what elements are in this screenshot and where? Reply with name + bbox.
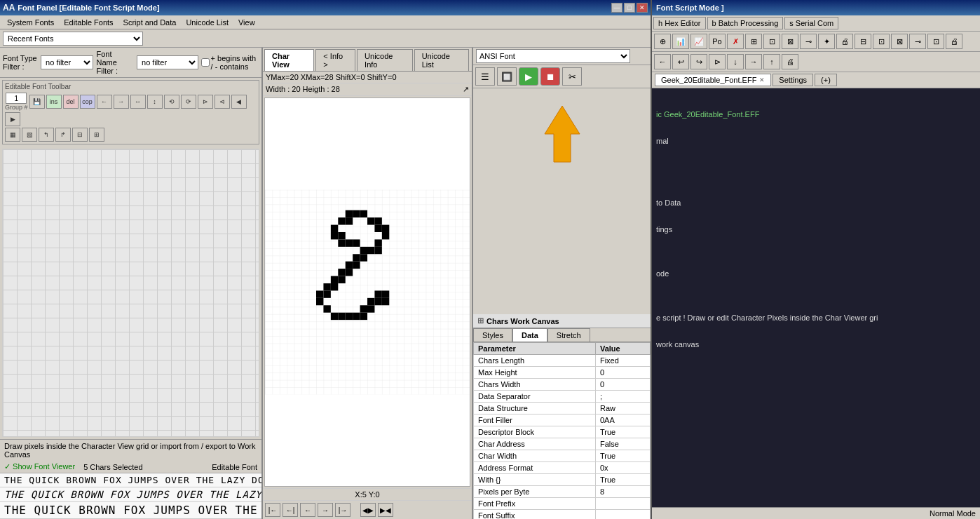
char-view-tab[interactable]: Char View (264, 49, 314, 71)
table-row[interactable]: Char WidthTrue (474, 450, 651, 462)
table-row[interactable]: Font Prefix (474, 498, 651, 510)
nav-next-fast[interactable]: |→ (335, 503, 351, 517)
ef-btn-half[interactable]: ▧ (22, 128, 37, 142)
ef-btn-del[interactable]: del (63, 95, 79, 109)
rt-btn-arrow2[interactable]: ⊸ (909, 34, 926, 49)
menu-system-fonts[interactable]: System Fonts (3, 17, 58, 28)
table-row[interactable]: Pixels per Byte8 (474, 486, 651, 498)
table-row[interactable]: Data Separator; (474, 391, 651, 403)
nav-shrink-h[interactable]: ◀▶ (360, 503, 376, 517)
recent-fonts-select[interactable]: Recent Fonts (3, 32, 143, 46)
unicode-list-tab[interactable]: Unicode List (414, 49, 469, 71)
rt-btn-star[interactable]: ✦ (818, 34, 835, 49)
styles-tab[interactable]: Styles (473, 328, 512, 342)
ef-btn-grid[interactable]: ▦ (5, 128, 20, 142)
show-font-viewer-label[interactable]: ✓ Show Font Viewer (4, 462, 75, 471)
name-filter-select[interactable]: no filter (137, 55, 198, 69)
stretch-tab[interactable]: Stretch (547, 328, 590, 342)
ef-btn-right[interactable]: → (114, 95, 129, 109)
begins-with-checkbox[interactable] (201, 58, 210, 67)
rt2-btn-right[interactable]: → (745, 54, 762, 69)
table-row[interactable]: Data StructureRaw (474, 403, 651, 414)
maximize-button[interactable]: □ (624, 3, 635, 13)
rt2-btn-redo[interactable]: ↪ (690, 54, 707, 69)
rt-btn-box4[interactable]: ⊠ (891, 34, 908, 49)
unicode-info-tab[interactable]: Unicode Info (357, 49, 413, 71)
rt-btn-print2[interactable]: 🖨 (946, 34, 962, 49)
minimize-button[interactable]: — (611, 3, 622, 13)
rt-btn-box1[interactable]: ⊡ (763, 34, 780, 49)
rt2-btn-left[interactable]: ← (654, 54, 671, 69)
ef-btn-ins[interactable]: ins (46, 95, 62, 109)
menu-unicode-list[interactable]: Unicode List (182, 17, 233, 28)
menu-editable-fonts[interactable]: Editable Fonts (60, 17, 117, 28)
nav-first[interactable]: |← (265, 503, 280, 517)
nav-next[interactable]: → (318, 503, 333, 517)
wc-scissors-btn[interactable]: ✂ (562, 67, 582, 86)
rt-btn-plus-sq[interactable]: ⊞ (745, 34, 762, 49)
rt2-btn-down[interactable]: ↓ (727, 54, 744, 69)
ef-btn-cop[interactable]: cop (80, 95, 95, 109)
ef-btn-save[interactable]: 💾 (29, 95, 45, 109)
table-row[interactable]: Address Format0x (474, 462, 651, 474)
ef-btn-shift-right[interactable]: ▶ (5, 112, 20, 126)
rt2-btn-play[interactable]: ⊳ (709, 54, 726, 69)
ef-btn-plus-sq[interactable]: ⊞ (89, 128, 104, 142)
hex-editor-tab[interactable]: h Hex Editor (653, 17, 706, 29)
ef-btn-rot-ccw[interactable]: ⟳ (181, 95, 196, 109)
editor-tab-font[interactable]: Geek_20Editable_Font.EFF ✕ (655, 74, 771, 86)
close-button[interactable]: ✕ (637, 3, 648, 13)
wc-info-btn[interactable]: 🔲 (497, 67, 517, 86)
wc-stop-btn[interactable]: ⏹ (540, 67, 560, 86)
rt-btn-chart[interactable]: 📊 (672, 34, 689, 49)
rt-btn-minus[interactable]: ⊟ (855, 34, 871, 49)
ef-btn-flip-v[interactable]: ↕ (147, 95, 163, 109)
rt2-btn-up[interactable]: ↑ (763, 54, 780, 69)
type-filter-select[interactable]: no filter (41, 55, 93, 69)
ef-btn-rot-cw[interactable]: ⟲ (164, 95, 179, 109)
table-row[interactable]: Chars LengthFixed (474, 355, 651, 367)
ansi-font-select[interactable]: ANSI Font (476, 49, 630, 63)
wc-menu-btn[interactable]: ☰ (475, 67, 495, 86)
rt-btn-box5[interactable]: ⊡ (927, 34, 944, 49)
rt2-btn-undo[interactable]: ↩ (672, 54, 689, 69)
table-row[interactable]: Descriptor BlockTrue (474, 426, 651, 438)
table-row[interactable]: With {}True (474, 474, 651, 486)
table-row[interactable]: Char AddressFalse (474, 438, 651, 450)
ef-btn-shift-left[interactable]: ◀ (231, 95, 247, 109)
ef-btn-collapse[interactable]: ⊲ (215, 95, 230, 109)
table-row[interactable]: Font Filler0AA (474, 414, 651, 426)
nav-prev[interactable]: ← (300, 503, 315, 517)
rt-btn-arrow1[interactable]: ⊸ (800, 34, 817, 49)
ef-btn-expand[interactable]: ⊳ (198, 95, 213, 109)
wc-play-btn[interactable]: ▶ (519, 67, 538, 86)
rt-btn-box2[interactable]: ⊠ (782, 34, 798, 49)
rt-btn-zoom[interactable]: ⊕ (654, 34, 671, 49)
rt-btn-po[interactable]: Po (709, 34, 726, 49)
menu-view[interactable]: View (234, 17, 259, 28)
data-tab[interactable]: Data (512, 328, 547, 342)
editor-tab-close[interactable]: ✕ (759, 76, 765, 83)
ef-btn-left[interactable]: ← (97, 95, 112, 109)
batch-processing-tab[interactable]: b Batch Processing (707, 17, 784, 29)
ef-btn-ul[interactable]: ↰ (39, 128, 54, 142)
nav-expand-h[interactable]: ▶◀ (378, 503, 393, 517)
menu-script-data[interactable]: Script and Data (119, 17, 181, 28)
editor-tab-add[interactable]: (+) (815, 74, 837, 86)
table-row[interactable]: Chars Width0 (474, 379, 651, 391)
rt-btn-print[interactable]: 🖨 (836, 34, 853, 49)
editor-tab-settings[interactable]: Settings (773, 74, 813, 86)
table-row[interactable]: Font Suffix (474, 510, 651, 520)
ef-btn-minus-sq[interactable]: ⊟ (72, 128, 88, 142)
rt-btn-box3[interactable]: ⊡ (873, 34, 890, 49)
rt-btn-x[interactable]: ✗ (727, 34, 744, 49)
rt-btn-bar[interactable]: 📈 (690, 34, 707, 49)
serial-com-tab[interactable]: s Serial Com (784, 17, 838, 29)
table-row[interactable]: Max Height0 (474, 367, 651, 379)
char-canvas-wrapper[interactable] (264, 97, 470, 487)
info-tab[interactable]: < Info > (315, 49, 355, 71)
font-grid-area[interactable] (2, 149, 259, 437)
ef-btn-flip-h[interactable]: ↔ (130, 95, 146, 109)
ef-btn-ur[interactable]: ↱ (55, 128, 71, 142)
group-number-input[interactable] (6, 93, 27, 104)
